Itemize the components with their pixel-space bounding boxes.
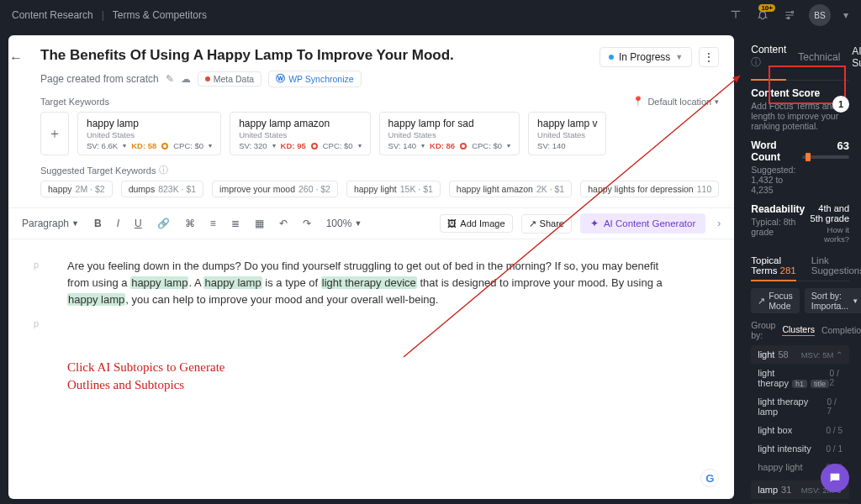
editor-toolbar: Paragraph ▼ B I U 🔗 ⌘ ≡ ≣ ▦ ↶ ↷ 100% ▼ 🖼…: [8, 207, 734, 239]
page-subtitle: Page created from scratch: [40, 73, 159, 85]
avatar[interactable]: BS: [809, 4, 831, 26]
shortcode-button[interactable]: ⌘: [182, 216, 198, 231]
group-by-label: Group by:: [751, 320, 775, 340]
pin-icon: 📍: [632, 96, 644, 107]
bell-badge: 10+: [758, 4, 775, 12]
word-count-value: 63: [802, 139, 849, 152]
bell-icon[interactable]: 10+: [755, 8, 770, 23]
term-item[interactable]: light intensity0 / 1: [751, 439, 849, 458]
status-dropdown[interactable]: In Progress ▼: [600, 47, 692, 67]
annotation-callout: Click AI Subtopics to Generate Outlines …: [67, 359, 675, 394]
sparkle-icon: ✦: [590, 218, 599, 229]
add-keyword-button[interactable]: ＋: [40, 112, 69, 155]
image-icon: 🖼: [447, 218, 457, 228]
sliders-icon[interactable]: [782, 8, 797, 23]
paragraph-1[interactable]: Are you feeling down in the dumps? Do yo…: [67, 258, 675, 308]
keyword-cards: ＋ happy lamp United States SV: 6.6K▾KD: …: [40, 112, 719, 155]
target-keywords-label: Target Keywords: [40, 97, 109, 107]
location-selector[interactable]: 📍Default location▾: [632, 96, 719, 107]
svg-point-0: [791, 11, 793, 13]
tooltip-badge: 1: [832, 96, 849, 113]
how-it-works-link[interactable]: How it works?: [805, 225, 849, 244]
editor-pane: ← The Benefits Of Using A Happy Lamp To …: [0, 30, 739, 504]
italic-button[interactable]: I: [114, 216, 123, 231]
tab-content[interactable]: Content ⓘ: [751, 40, 786, 73]
readability-value: 4th and 5th grade: [805, 203, 849, 223]
group-completion[interactable]: Completion: [821, 325, 861, 335]
book-icon[interactable]: [728, 8, 743, 23]
focus-mode-button[interactable]: ↗Focus Mode: [751, 288, 800, 313]
share-icon: ↗: [529, 218, 536, 229]
suggested-keywords-label: Suggested Target Keywords: [40, 165, 156, 176]
tab-link-suggestions[interactable]: Link Suggestions: [811, 255, 861, 276]
word-count-slider[interactable]: [802, 155, 849, 159]
chevron-up-icon: ⌃: [836, 350, 843, 360]
suggested-keyword[interactable]: happy light15K · $1: [346, 181, 441, 197]
back-button[interactable]: ←: [7, 50, 25, 66]
suggested-keyword[interactable]: dumps823K · $1: [121, 181, 203, 197]
redo-button[interactable]: ↷: [299, 216, 314, 231]
bold-button[interactable]: B: [91, 216, 105, 231]
underline-button[interactable]: U: [131, 216, 145, 231]
info-icon[interactable]: ⓘ: [159, 164, 168, 176]
share-button[interactable]: ↗Share: [521, 214, 572, 234]
term-item[interactable]: light box0 / 5: [751, 421, 849, 439]
group-clusters[interactable]: Clusters: [782, 324, 815, 336]
crumb-b[interactable]: Terms & Competitors: [113, 9, 207, 21]
suggested-keyword[interactable]: happy light amazon2K · $1: [449, 181, 572, 197]
paragraph-dropdown[interactable]: Paragraph ▼: [18, 216, 82, 231]
word-count-label: Word Count: [751, 139, 802, 163]
term-item[interactable]: light therapyh1title0 / 2: [751, 364, 849, 392]
link-button[interactable]: 🔗: [154, 216, 173, 231]
wp-sync-chip[interactable]: ⓦWP Synchronize: [268, 71, 361, 87]
cloud-icon[interactable]: ☁: [181, 73, 191, 85]
block-tag: p: [34, 260, 39, 270]
table-button[interactable]: ▦: [251, 216, 267, 231]
unordered-list-button[interactable]: ≣: [228, 216, 243, 231]
info-icon: ⓘ: [751, 56, 761, 68]
meta-data-chip[interactable]: Meta Data: [198, 71, 261, 87]
ordered-list-button[interactable]: ≡: [207, 216, 219, 231]
undo-button[interactable]: ↶: [276, 216, 291, 231]
keyword-card[interactable]: happy lamp United States SV: 6.6K▾KD: 58…: [77, 112, 221, 155]
block-tag: p: [34, 318, 39, 328]
keyword-card[interactable]: happy lamp amazon United States SV: 320▾…: [230, 112, 370, 155]
page-title: The Benefits Of Using A Happy Lamp To Im…: [40, 47, 454, 64]
keyword-card[interactable]: happy lamp v United States SV: 140: [528, 112, 606, 155]
term-group[interactable]: light58MSV: 5M ⌃: [751, 345, 849, 364]
kebab-menu[interactable]: ⋮: [699, 47, 719, 67]
chat-fab[interactable]: [821, 464, 849, 492]
ai-content-generator-button[interactable]: ✦AI Content Generator: [580, 213, 705, 234]
crumb-a[interactable]: Content Research: [12, 9, 93, 21]
readability-sub: Typical: 8th grade: [751, 217, 805, 237]
readability-label: Readability: [751, 203, 805, 215]
suggested-keyword[interactable]: happy lights for depression110: [580, 181, 719, 197]
keyword-card[interactable]: happy lamp for sad United States SV: 140…: [379, 112, 520, 155]
term-item[interactable]: light therapy lamp0 / 7: [751, 392, 849, 421]
status-dot-icon: [609, 55, 614, 60]
tab-ai-subtopics[interactable]: AI Subtopics: [852, 42, 861, 72]
edit-icon[interactable]: ✎: [166, 73, 174, 85]
expand-icon: ↗: [758, 296, 765, 306]
suggested-keyword[interactable]: improve your mood260 · $2: [212, 181, 338, 197]
breadcrumb: Content Research | Terms & Competitors: [12, 9, 207, 21]
suggested-keywords-row: happy2M · $2 dumps823K · $1 improve your…: [40, 181, 719, 197]
tab-topical-terms[interactable]: Topical Terms281: [751, 255, 795, 276]
top-bar: Content Research | Terms & Competitors 1…: [0, 0, 861, 30]
word-count-sub: Suggested: 1,432 to 4,235: [751, 165, 802, 195]
toolbar-next-button[interactable]: ›: [714, 216, 724, 231]
add-image-button[interactable]: 🖼Add Image: [440, 214, 512, 233]
sort-dropdown[interactable]: Sort by: Importa...▼: [805, 288, 861, 313]
zoom-dropdown[interactable]: 100% ▼: [323, 216, 366, 231]
tab-technical[interactable]: Technical: [798, 48, 840, 66]
chevron-down-icon: ▼: [675, 53, 683, 61]
document-editor[interactable]: p Are you feeling down in the dumps? Do …: [8, 239, 734, 499]
right-panel: Content ⓘ Technical AI Subtopics 1 Conte…: [739, 30, 861, 504]
suggested-keyword[interactable]: happy2M · $2: [40, 181, 113, 197]
avatar-caret-icon[interactable]: ▾: [843, 8, 849, 23]
